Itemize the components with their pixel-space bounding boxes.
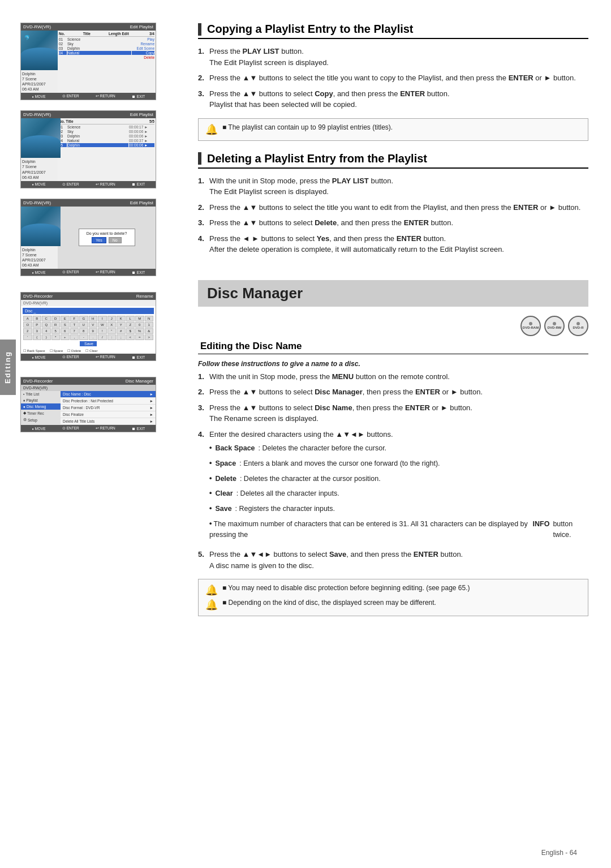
disc-name-field: Disc _ bbox=[23, 308, 154, 314]
step-dm-1: 1. With the unit in Stop mode, press the… bbox=[198, 371, 588, 383]
char-grid: ABCDEFGHIJKLMN OPQRSTUVWXYZ01 23456789!"… bbox=[23, 316, 153, 340]
disc-manager-heading: Disc Manager bbox=[198, 280, 588, 307]
screen2-header-right: Edit Playlist bbox=[130, 112, 153, 117]
screen1-info-date: APR/21/2007 06:43 AM bbox=[22, 81, 57, 92]
dialog-no-btn[interactable]: No bbox=[109, 237, 122, 243]
step-2-1: 1. With the unit in Stop mode, press the… bbox=[198, 175, 588, 197]
step-dm-5: 5. Press the ▲▼◄► buttons to select Save… bbox=[198, 549, 588, 571]
step-dm-4: 4. Enter the desired characters using th… bbox=[198, 429, 588, 545]
screen3-header-right: Edit Playlist bbox=[130, 200, 153, 205]
step-1-1: 1. Press the PLAY LIST button.The Edit P… bbox=[198, 46, 588, 68]
step-dm-2: 2. Press the ▲▼ buttons to select Disc M… bbox=[198, 386, 588, 398]
disc-menu-body: ▪Title List ♦Playlist ●Disc Manag ◆Timer… bbox=[21, 391, 156, 425]
screen-mockup-3: DVD-RW(VR) Edit Playlist Dolphin 7 Scene… bbox=[20, 199, 156, 276]
dm-note2: ■ Depending on the kind of disc, the dis… bbox=[222, 599, 436, 611]
step-1-2: 2. Press the ▲▼ buttons to select the ti… bbox=[198, 72, 588, 84]
section1-steps: 1. Press the PLAY LIST button.The Edit P… bbox=[198, 46, 588, 110]
keyboard-legend: ☐ Back Space ☐ Space ☐ Delete ☐ Clear bbox=[21, 347, 156, 354]
screen1-header-right: Edit Playlist bbox=[130, 24, 153, 29]
screen1-bottom: ⬧ MOVE ⊙ ENTER ↩ RETURN ⏹ EXIT bbox=[21, 93, 156, 100]
dvd-r-icon: DVD-R bbox=[568, 316, 588, 336]
screen2-header: DVD-RW(VR) Edit Playlist bbox=[21, 111, 156, 118]
footer-text: English - 64 bbox=[541, 849, 577, 857]
screen2-header-left: DVD-RW(VR) bbox=[23, 112, 51, 117]
subsection-title: Editing the Disc Name bbox=[200, 341, 302, 352]
subsection-heading: Editing the Disc Name bbox=[198, 341, 588, 354]
screen-mockup-4: DVD-Recorder Rename DVD-RW(VR) Disc _ AB… bbox=[20, 292, 156, 361]
screen-mockup-1: DVD-RW(VR) Edit Playlist 🐬 Dolphin 7 Sce… bbox=[20, 23, 156, 100]
col-length: Length Edit bbox=[109, 32, 129, 36]
left-column: DVD-RW(VR) Edit Playlist 🐬 Dolphin 7 Sce… bbox=[0, 0, 181, 868]
screen-mockup-5: DVD-Recorder Disc Manager DVD-RW(VR) ▪Ti… bbox=[20, 377, 156, 432]
section2-title: Deleting a Playlist Entry from the Playl… bbox=[207, 152, 427, 165]
dvd-ram-icon: DVD-RAM bbox=[520, 316, 541, 336]
heading-bar-2 bbox=[198, 152, 201, 165]
screen1-header-left: DVD-RW(VR) bbox=[23, 24, 51, 29]
disc-manager-note: 🔔 ■ You may need to disable disc protect… bbox=[198, 579, 588, 616]
screen2-bottom: ⬧ MOVE ⊙ ENTER ↩ RETURN ⏹ EXIT bbox=[21, 181, 156, 188]
screen3-header: DVD-RW(VR) Edit Playlist bbox=[21, 199, 156, 207]
step-dm-3: 3. Press the ▲▼ buttons to select Disc N… bbox=[198, 402, 588, 424]
heading-bar bbox=[198, 23, 201, 36]
section1-title: Copying a Playlist Entry to the Playlist bbox=[207, 23, 414, 36]
screen4-bottom: ⬧ MOVE ⊙ ENTER ↩ RETURN ⏹ EXIT bbox=[21, 354, 156, 360]
dvd-icons: DVD-RAM DVD-RW DVD-R bbox=[198, 316, 588, 336]
italic-note: Follow these instructions to give a name… bbox=[198, 360, 588, 368]
dialog-text: Do you want to delete? bbox=[84, 231, 130, 235]
page-footer: English - 64 bbox=[541, 849, 577, 857]
disc-menu-left: ▪Title List ♦Playlist ●Disc Manag ◆Timer… bbox=[21, 391, 61, 425]
section1-note: 🔔 ■ The playlist can contain up to 99 pl… bbox=[198, 118, 588, 141]
col-no: No. bbox=[59, 32, 64, 36]
save-btn[interactable]: Save bbox=[80, 341, 97, 346]
disc-menu-right: Disc Name : Disc► Disc Protection : Not … bbox=[61, 391, 156, 425]
step-2-3: 3. Press the ▲▼ buttons to select Delete… bbox=[198, 217, 588, 229]
delete-dialog: Do you want to delete? Yes No bbox=[79, 229, 135, 246]
step-2-2: 2. Press the ▲▼ buttons to select the ti… bbox=[198, 202, 588, 213]
editing-tab: Editing bbox=[0, 340, 16, 395]
screen5-header: DVD-Recorder Disc Manager bbox=[21, 377, 156, 385]
col-title: Title bbox=[83, 32, 91, 36]
side-tab-label: Editing bbox=[3, 351, 12, 384]
screen1-info-dolphin: Dolphin bbox=[22, 71, 57, 76]
screen2-count: 5/5 bbox=[149, 119, 154, 123]
section2-heading: Deleting a Playlist Entry from the Playl… bbox=[198, 152, 588, 169]
note-text: ■ The playlist can contain up to 99 play… bbox=[222, 123, 393, 131]
right-column: Copying a Playlist Entry to the Playlist… bbox=[181, 0, 611, 868]
section1-heading: Copying a Playlist Entry to the Playlist bbox=[198, 23, 588, 39]
dialog-yes-btn[interactable]: Yes bbox=[92, 237, 106, 243]
screen1-count: 3/4 bbox=[149, 32, 154, 36]
screen-mockup-2: DVD-RW(VR) Edit Playlist Dolphin 7 Scene… bbox=[20, 110, 156, 188]
bullet-list: • Back Space : Deletes the character bef… bbox=[209, 443, 588, 540]
dm-note1: ■ You may need to disable disc protectio… bbox=[222, 584, 470, 596]
screen4-header: DVD-Recorder Rename bbox=[21, 293, 156, 300]
screen1-header: DVD-RW(VR) Edit Playlist bbox=[21, 23, 156, 31]
screen3-bottom: ⬧ MOVE ⊙ ENTER ↩ RETURN ⏹ EXIT bbox=[21, 269, 156, 276]
dvd-rw-icon: DVD-RW bbox=[544, 316, 565, 336]
step-2-4: 4. Press the ◄ ► buttons to select Yes, … bbox=[198, 233, 588, 255]
screen5-bottom: ⬧ MOVE ⊙ ENTER ↩ RETURN ⏹ EXIT bbox=[21, 425, 156, 432]
disc-manager-title: Disc Manager bbox=[207, 285, 303, 302]
disc-manager-steps: 1. With the unit in Stop mode, press the… bbox=[198, 371, 588, 571]
screen1-info-scene: 7 Scene bbox=[22, 76, 57, 81]
screen3-header-left: DVD-RW(VR) bbox=[23, 200, 51, 205]
step-1-3: 3. Press the ▲▼ buttons to select Copy, … bbox=[198, 88, 588, 110]
section2-steps: 1. With the unit in Stop mode, press the… bbox=[198, 175, 588, 255]
